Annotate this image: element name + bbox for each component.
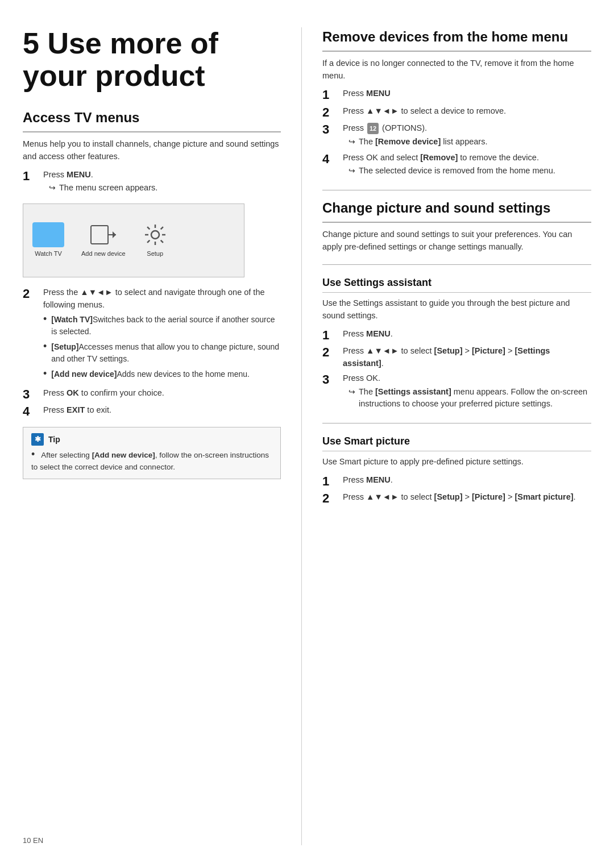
settings-assistant-body: Use the Settings assistant to guide you …	[322, 297, 591, 322]
step-2-bullet-list: • [Watch TV]Switches back to the aerial …	[43, 314, 281, 380]
access-tv-menus-section: Access TV menus Menus help you to instal…	[23, 108, 281, 479]
change-picture-body: Change picture and sound settings to sui…	[322, 229, 591, 254]
sp-step-1-num: 1	[322, 474, 339, 489]
remove-devices-title: Remove devices from the home menu	[322, 27, 591, 52]
section-divider-2	[322, 264, 591, 265]
remove-step-4-content: Press OK and select [Remove] to remove t…	[343, 152, 555, 179]
step-2-num: 2	[23, 286, 40, 301]
add-device-label: Add new device	[81, 250, 126, 259]
bullet-add-device: • [Add new device]Adds new devices to th…	[43, 368, 281, 380]
menu-screenshot: Watch TV Add new device	[23, 203, 244, 277]
remove-step-3-arrow: The [Remove device] list appears.	[359, 136, 487, 148]
svg-line-10	[160, 227, 163, 229]
remove-step-3-content: Press 12 (OPTIONS). ↪ The [Remove device…	[343, 122, 487, 149]
sa-step-3-num: 3	[322, 372, 339, 387]
chapter-title-text: Use more of your product	[23, 27, 218, 92]
bullet-setup: • [Setup]Accesses menus that allow you t…	[43, 341, 281, 365]
svg-rect-0	[91, 226, 108, 244]
remove-step-4-arrow: The selected device is removed from the …	[359, 165, 555, 177]
sp-step-2-content: Press ▲▼◄► to select [Setup] > [Picture]…	[343, 491, 576, 504]
step-2-content: Press the ▲▼◄► to select and navigate th…	[43, 286, 281, 385]
bullet-dot-3: •	[43, 368, 47, 380]
sa-step-1-content: Press MENU.	[343, 328, 393, 340]
tip-text: • After selecting [Add new device], foll…	[31, 449, 272, 473]
bullet-watch-tv-text: [Watch TV]Switches back to the aerial so…	[51, 314, 281, 338]
tip-header: ✱ Tip	[31, 433, 272, 446]
sa-step-2-content: Press ▲▼◄► to select [Setup] > [Picture]…	[343, 345, 591, 370]
bullet-watch-tv: • [Watch TV]Switches back to the aerial …	[43, 314, 281, 338]
section-divider-1	[322, 190, 591, 190]
arrow-icon: ↪	[49, 182, 56, 194]
tip-bullet: •	[31, 448, 35, 460]
svg-line-8	[147, 227, 150, 229]
svg-line-9	[160, 240, 163, 243]
setup-label: Setup	[147, 250, 163, 259]
add-device-menu-item: Add new device	[81, 222, 126, 259]
access-tv-menus-body: Menus help you to install channels, chan…	[23, 138, 281, 163]
remove-step-1-num: 1	[322, 88, 339, 102]
step-3-content: Press OK to confirm your choice.	[43, 387, 164, 400]
access-tv-menus-title: Access TV menus	[23, 108, 281, 132]
bullet-dot: •	[43, 314, 47, 325]
arrow-icon-3: ↪	[349, 136, 355, 148]
remove-step-3-num: 3	[322, 122, 339, 137]
remove-step-2-num: 2	[322, 105, 339, 120]
watch-tv-menu-item: Watch TV	[32, 222, 64, 259]
remove-step-4-num: 4	[322, 152, 339, 167]
options-badge: 12	[367, 123, 379, 134]
bullet-setup-text: [Setup]Accesses menus that allow you to …	[51, 341, 281, 365]
sa-step-3-content: Press OK. ↪ The [Settings assistant] men…	[343, 372, 591, 412]
settings-assistant-section: Use Settings assistant Use the Settings …	[322, 275, 591, 412]
chapter-number: 5	[23, 27, 39, 60]
sp-step-1-content: Press MENU.	[343, 474, 393, 487]
add-device-icon	[88, 222, 119, 247]
sa-step-1-num: 1	[322, 328, 339, 343]
tip-icon: ✱	[31, 433, 44, 446]
arrow-icon-sa: ↪	[349, 386, 355, 398]
page-footer: 10 EN	[23, 836, 43, 846]
svg-point-3	[151, 231, 159, 239]
step-4-content: Press EXIT to exit.	[43, 404, 111, 417]
tip-body: After selecting [Add new device], follow…	[31, 451, 269, 471]
svg-marker-2	[113, 231, 116, 238]
smart-picture-body: Use Smart picture to apply pre-defined p…	[322, 456, 591, 468]
remove-devices-body: If a device is no longer connected to th…	[322, 57, 591, 82]
settings-assistant-title: Use Settings assistant	[322, 275, 591, 293]
step-1-content: Press MENU. ↪ The menu screen appears.	[43, 169, 157, 196]
sp-step-2-num: 2	[322, 491, 339, 506]
step-1-num: 1	[23, 169, 40, 184]
tip-box: ✱ Tip • After selecting [Add new device]…	[23, 427, 281, 479]
tip-label: Tip	[48, 434, 60, 445]
step-3-num: 3	[23, 387, 40, 402]
arrow-icon-4: ↪	[349, 165, 355, 177]
step-1-arrow-text: The menu screen appears.	[59, 182, 157, 194]
sa-step-3-arrow: The [Settings assistant] menu appears. F…	[359, 386, 591, 411]
setup-menu-item: Setup	[143, 222, 168, 259]
change-picture-section: Change picture and sound settings Change…	[322, 198, 591, 506]
bullet-add-device-text: [Add new device]Adds new devices to the …	[51, 368, 250, 380]
svg-line-11	[147, 240, 150, 243]
chapter-title: 5 Use more of your product	[23, 27, 281, 92]
bullet-dot-2: •	[43, 341, 47, 352]
smart-picture-section: Use Smart picture Use Smart picture to a…	[322, 434, 591, 506]
watch-tv-label: Watch TV	[35, 250, 62, 259]
gear-icon	[143, 222, 168, 247]
step-4-num: 4	[23, 404, 40, 419]
smart-picture-title: Use Smart picture	[322, 434, 591, 451]
remove-step-2-content: Press ▲▼◄► to select a device to remove.	[343, 105, 506, 118]
change-picture-title: Change picture and sound settings	[322, 198, 591, 223]
remove-devices-section: Remove devices from the home menu If a d…	[322, 27, 591, 178]
sa-step-2-num: 2	[322, 345, 339, 360]
tv-icon	[32, 222, 64, 247]
remove-step-1-content: Press MENU	[343, 88, 391, 100]
section-divider-3	[322, 423, 591, 423]
